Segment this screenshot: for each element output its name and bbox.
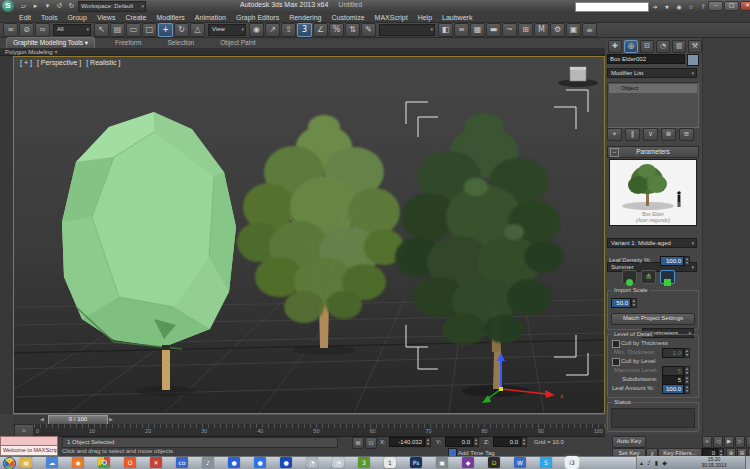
select-and-manipulate-icon[interactable]: ↗ <box>265 23 280 37</box>
selection-filter-dropdown[interactable]: All <box>53 24 91 36</box>
cull-by-thickness-checkbox[interactable] <box>612 340 620 348</box>
taskbar-app-x-icon[interactable]: ✕ <box>150 457 162 468</box>
maximize-button[interactable]: □ <box>724 1 739 11</box>
next-frame-icon[interactable]: ▷ <box>735 436 745 448</box>
schematic-view-icon[interactable]: ⊞ <box>518 23 533 37</box>
curve-editor-icon[interactable]: ~ <box>502 23 517 37</box>
x-coord-spinner[interactable]: ▲▼ <box>425 437 431 447</box>
perspective-viewport[interactable]: x <box>13 56 605 414</box>
ribbon-tab-freeform[interactable]: Freeform <box>109 38 147 48</box>
taskbar-corel-icon[interactable]: co <box>176 457 188 468</box>
ribbon-tab-selection[interactable]: Selection <box>161 38 200 48</box>
variant-dropdown[interactable]: Variant 1: Middle-aged <box>607 238 697 248</box>
modify-tab-icon[interactable]: ◎ <box>624 40 638 53</box>
save-file-icon[interactable]: ▾ <box>42 1 53 11</box>
select-by-name-icon[interactable]: ▤ <box>110 23 125 37</box>
menu-create[interactable]: Create <box>120 12 151 23</box>
taskbar-opera-icon[interactable]: O <box>124 457 136 468</box>
tray-show-hidden-icon[interactable]: ▴ <box>640 456 643 469</box>
go-to-start-icon[interactable]: « <box>702 436 712 448</box>
ribbon-tab-graphite-modeling-tools-[interactable]: Graphite Modeling Tools ▾ <box>6 37 95 48</box>
x-coord-field[interactable]: -140.032 <box>389 437 425 447</box>
close-button[interactable]: ✕ <box>740 1 750 11</box>
redo-icon[interactable]: ↻ <box>66 1 77 11</box>
utilities-tab-icon[interactable]: ⚒ <box>688 40 702 53</box>
ribbon-panel-strip[interactable]: Polygon Modeling ▾ <box>0 48 605 56</box>
menu-maxscript[interactable]: MAXScript <box>370 12 413 23</box>
rendered-frame-window-icon[interactable]: ▣ <box>566 23 581 37</box>
select-and-rotate-icon[interactable]: ↻ <box>174 23 189 37</box>
application-menu-button[interactable]: S <box>2 0 14 12</box>
communication-center-icon[interactable]: ◉ <box>674 2 684 11</box>
y-coord-field[interactable]: 0.0 <box>445 437 473 447</box>
track-bar[interactable]: 0102030405060708090100 <box>34 424 605 437</box>
play-animation-icon[interactable]: ▶ <box>724 436 734 448</box>
undo-icon[interactable]: ↺ <box>54 1 65 11</box>
z-coord-spinner[interactable]: ▲▼ <box>521 437 527 447</box>
make-unique-icon[interactable]: ∨ <box>643 128 658 141</box>
angle-snap-icon[interactable]: ∠ <box>313 23 328 37</box>
full-display-mode-icon[interactable] <box>660 270 675 284</box>
mirror-icon[interactable]: ◧ <box>438 23 453 37</box>
taskbar-shield-app-icon[interactable]: W <box>514 457 526 468</box>
macro-recorder-field[interactable] <box>0 436 58 446</box>
object-color-swatch[interactable] <box>687 54 699 66</box>
taskbar-media-app-icon[interactable]: ◆ <box>462 457 474 468</box>
tray-volume-icon[interactable]: ♪ <box>647 456 651 469</box>
rectangular-selection-region-icon[interactable]: ▭ <box>126 23 141 37</box>
menu-views[interactable]: Views <box>92 12 121 23</box>
taskbar-clock[interactable]: 15:20 30.05.2013 <box>688 457 740 468</box>
motion-tab-icon[interactable]: ◔ <box>656 40 670 53</box>
create-tab-icon[interactable]: ✚ <box>608 40 622 53</box>
edit-named-selection-sets-icon[interactable]: ✎ <box>361 23 376 37</box>
cull-by-level-checkbox[interactable] <box>612 358 620 366</box>
y-coord-spinner[interactable]: ▲▼ <box>473 437 479 447</box>
percent-snap-icon[interactable]: % <box>329 23 344 37</box>
remove-modifier-icon[interactable]: ⊗ <box>661 128 676 141</box>
show-end-result-icon[interactable]: ‖ <box>625 128 640 141</box>
unlink-selection-icon[interactable]: ⊘ <box>19 23 34 37</box>
leaf-amount-spinner[interactable]: ▲▼ <box>684 384 690 394</box>
time-slider-next-icon[interactable]: ▶ <box>109 416 113 422</box>
select-object-icon[interactable]: ↖ <box>94 23 109 37</box>
taskbar-clock-app-2-icon[interactable]: ◔ <box>332 457 344 468</box>
window-crossing-icon[interactable]: □ <box>142 23 157 37</box>
menu-tools[interactable]: Tools <box>36 12 62 23</box>
viewport-menu-view[interactable]: [ Perspective ] <box>37 59 81 66</box>
skeleton-display-mode-icon[interactable]: ⋔ <box>641 270 656 284</box>
time-slider-prev-icon[interactable]: ◀ <box>40 416 44 422</box>
menu-animation[interactable]: Animation <box>190 12 231 23</box>
taskbar-blue-orb-2-icon[interactable]: ● <box>254 457 266 468</box>
taskbar-daemon-tools-icon[interactable]: D <box>488 457 500 468</box>
taskbar-clock-app-1-icon[interactable]: ◔ <box>306 457 318 468</box>
taskbar-camera-app-icon[interactable]: ▣ <box>436 457 448 468</box>
min-thickness-field[interactable]: 1.0 <box>662 348 684 358</box>
z-coord-field[interactable]: 0.0 <box>493 437 521 447</box>
menu-customize[interactable]: Customize <box>326 12 369 23</box>
subscription-center-icon[interactable]: ★ <box>662 2 672 11</box>
modifier-stack[interactable]: Object <box>607 82 699 128</box>
taskbar-blue-orb-1-icon[interactable]: ● <box>228 457 240 468</box>
render-setup-icon[interactable]: ⚙ <box>550 23 565 37</box>
help-icon[interactable]: ? <box>698 2 708 11</box>
taskbar-blue-orb-3-icon[interactable]: ● <box>280 457 292 468</box>
stack-item-object[interactable]: Object <box>609 84 697 93</box>
render-production-icon[interactable]: ☕ <box>582 23 597 37</box>
viewport-menu-shading[interactable]: [ Realistic ] <box>86 59 120 66</box>
select-and-move-icon[interactable]: + <box>158 23 173 37</box>
bind-to-space-warp-icon[interactable]: ≈ <box>35 23 50 37</box>
taskbar-document-app-icon[interactable]: 1 <box>384 457 396 468</box>
named-selection-sets-dropdown[interactable] <box>379 24 435 36</box>
taskbar-firefox-icon[interactable]: ◉ <box>72 457 84 468</box>
hierarchy-tab-icon[interactable]: ⊟ <box>640 40 654 53</box>
menu-graph-editors[interactable]: Graph Editors <box>231 12 284 23</box>
configure-modifier-sets-icon[interactable]: ≡ <box>679 128 694 141</box>
material-editor-icon[interactable]: M <box>534 23 549 37</box>
align-icon[interactable]: ≡ <box>454 23 469 37</box>
display-tab-icon[interactable]: ▥ <box>672 40 686 53</box>
import-scale-field[interactable]: 50.0 <box>611 298 631 308</box>
viewport-canvas[interactable]: x <box>14 57 604 413</box>
taskbar-cloud-app-icon[interactable]: ☁ <box>46 457 58 468</box>
menu-group[interactable]: Group <box>62 12 91 23</box>
tray-action-center-icon[interactable]: ◆ <box>662 456 667 469</box>
